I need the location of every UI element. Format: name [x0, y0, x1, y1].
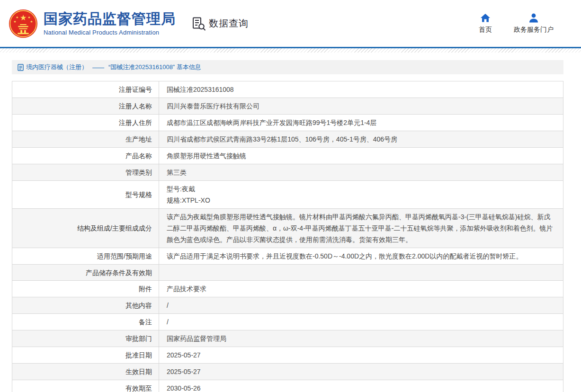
svg-text:★: ★: [16, 16, 18, 19]
nav-label-home: 首页: [479, 26, 492, 34]
site-title: 国家药品监督管理局: [44, 11, 176, 27]
site-subtitle: National Medical Products Administration: [44, 29, 176, 36]
nav-item-home[interactable]: 首页: [479, 13, 492, 34]
row-label: 生效日期: [12, 364, 159, 380]
row-label: 适用范围/预期用途: [12, 248, 159, 264]
row-label: 审批部门: [12, 330, 159, 347]
row-value: /: [159, 297, 563, 313]
table-row: 批准日期2025-05-27: [12, 347, 563, 364]
hatch-band: [0, 48, 581, 53]
row-label: 生产地址: [12, 131, 159, 147]
row-value: /: [159, 314, 563, 330]
site-header: ★ ★ ★ ★ ★ 国家药品监督管理局 National Medical Pro…: [0, 0, 581, 47]
info-table: 注册证编号国械注准20253161008注册人名称四川兴泰普乐医疗科技有限公司注…: [12, 81, 563, 392]
table-row: 适用范围/预期用途该产品适用于满足本说明书要求，并且近视度数在-0.50D～-4…: [12, 248, 563, 265]
brand-text: 国家药品监督管理局 National Medical Products Admi…: [44, 11, 176, 36]
row-value: 角膜塑形用硬性透气接触镜: [159, 148, 563, 164]
site-logo[interactable]: ★ ★ ★ ★ ★ 国家药品监督管理局 National Medical Pro…: [9, 9, 176, 38]
table-row: 注册人名称四川兴泰普乐医疗科技有限公司: [12, 98, 563, 115]
row-label: 注册证编号: [12, 81, 159, 98]
row-value: 第三类: [159, 164, 563, 180]
row-label: 有效期至: [12, 380, 159, 392]
row-value: 四川省成都市武侯区武青南路33号2栋1层105、106号房，405-1号房、40…: [159, 131, 563, 147]
table-row: 型号规格型号:夜戴 规格:XTPL-XO: [12, 181, 563, 209]
table-row: 其他内容/: [12, 297, 563, 314]
row-value: 该产品适用于满足本说明书要求，并且近视度数在-0.50D～-4.00D之内，散光…: [159, 248, 563, 264]
national-emblem-icon: ★ ★ ★ ★ ★: [9, 9, 38, 38]
breadcrumb-current: “国械注准20253161008” 基本信息: [108, 63, 201, 71]
header-nav: 首页 政务服务门户: [479, 13, 554, 34]
svg-text:★: ★: [20, 13, 27, 22]
row-label: 结构及组成/主要组成成分: [12, 209, 159, 248]
table-row: 结构及组成/主要组成成分该产品为夜戴型角膜塑形用硬性透气接触镜。镜片材料由甲基丙…: [12, 209, 563, 248]
breadcrumb: 境内医疗器械（注册） —— “国械注准20253161008” 基本信息: [12, 60, 563, 74]
row-value: 2025-05-27: [159, 364, 563, 380]
row-label: 注册人名称: [12, 98, 159, 114]
table-row: 产品名称角膜塑形用硬性透气接触镜: [12, 148, 563, 164]
svg-text:★: ★: [28, 16, 31, 19]
breadcrumb-separator: ——: [92, 64, 104, 71]
table-row: 注册人住所成都市温江区成都海峡两岸科技产业开发园海旺路99号1号楼2单元1-4层: [12, 115, 563, 131]
row-value: 2030-05-26: [159, 380, 563, 392]
svg-text:★: ★: [30, 20, 33, 23]
row-label: 产品名称: [12, 148, 159, 164]
table-row: 备注/: [12, 314, 563, 330]
table-row: 生效日期2025-05-27: [12, 364, 563, 380]
user-icon: [528, 13, 539, 23]
row-label: 管理类别: [12, 164, 159, 180]
row-label: 型号规格: [12, 181, 159, 208]
row-value: 四川兴泰普乐医疗科技有限公司: [159, 98, 563, 114]
table-row: 管理类别第三类: [12, 164, 563, 181]
table-row: 产品储存条件及有效期: [12, 265, 563, 281]
row-value: 国械注准20253161008: [159, 81, 563, 98]
row-value: [159, 265, 563, 280]
table-row: 生产地址四川省成都市武侯区武青南路33号2栋1层105、106号房，405-1号…: [12, 131, 563, 148]
row-label: 其他内容: [12, 297, 159, 313]
row-value: 该产品为夜戴型角膜塑形用硬性透气接触镜。镜片材料由甲基丙烯酸六氟异丙酯、甲基丙烯…: [159, 209, 563, 248]
breadcrumb-category[interactable]: 境内医疗器械（注册）: [26, 63, 88, 71]
row-value: 型号:夜戴 规格:XTPL-XO: [159, 181, 563, 208]
data-query-label: 数据查询: [209, 17, 249, 30]
document-search-icon: [192, 17, 206, 31]
row-label: 注册人住所: [12, 115, 159, 131]
row-value: 国家药品监督管理局: [159, 330, 563, 347]
svg-text:★: ★: [14, 20, 17, 23]
home-icon: [480, 13, 491, 23]
row-label: 附件: [12, 281, 159, 297]
table-row: 附件产品技术要求: [12, 281, 563, 297]
row-label: 备注: [12, 314, 159, 330]
nav-label-portal: 政务服务门户: [514, 26, 554, 34]
row-value: 成都市温江区成都海峡两岸科技产业开发园海旺路99号1号楼2单元1-4层: [159, 115, 563, 131]
table-row: 注册证编号国械注准20253161008: [12, 81, 563, 98]
table-row: 有效期至2030-05-26: [12, 380, 563, 392]
document-icon: [18, 64, 24, 71]
table-row: 审批部门国家药品监督管理局: [12, 330, 563, 347]
row-value: 产品技术要求: [159, 281, 563, 297]
row-label: 产品储存条件及有效期: [12, 265, 159, 280]
row-value: 2025-05-27: [159, 347, 563, 363]
row-label: 批准日期: [12, 347, 159, 363]
data-query-link[interactable]: 数据查询: [192, 17, 249, 31]
page: ★ ★ ★ ★ ★ 国家药品监督管理局 National Medical Pro…: [0, 0, 581, 392]
nav-item-portal[interactable]: 政务服务门户: [514, 13, 554, 34]
